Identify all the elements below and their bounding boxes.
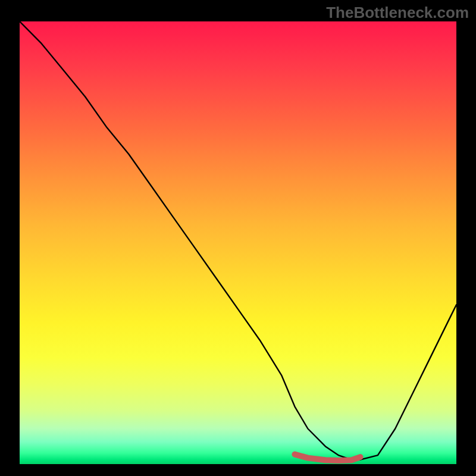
optimal-zone-curve [295, 455, 360, 461]
chart-container: TheBottleneck.com [0, 0, 476, 476]
curve-layer [20, 21, 456, 464]
watermark-text: TheBottleneck.com [326, 4, 469, 22]
main-curve [20, 21, 456, 460]
plot-area [20, 21, 456, 464]
